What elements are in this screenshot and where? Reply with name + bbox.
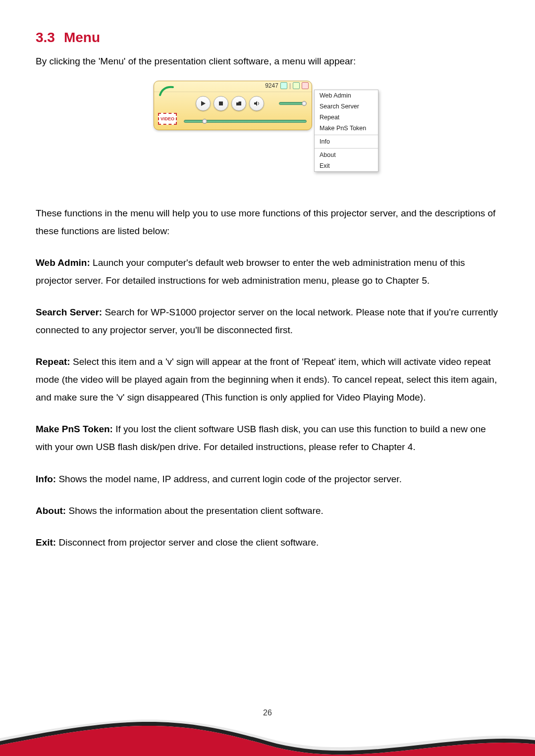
label-repeat: Repeat:	[36, 356, 70, 367]
label-exit: Exit:	[36, 537, 56, 548]
menu-item-make-pns-token[interactable]: Make PnS Token	[315, 123, 378, 134]
label-about: About:	[36, 505, 66, 516]
login-code: 9247	[265, 82, 278, 89]
player-controls	[196, 96, 264, 111]
volume-button[interactable]	[249, 96, 264, 111]
text-about: Shows the information about the presenta…	[66, 505, 323, 516]
section-number: 3.3	[36, 30, 55, 45]
minimize-icon[interactable]	[293, 82, 300, 89]
close-icon[interactable]	[302, 82, 309, 89]
label-search-server: Search Server:	[36, 307, 102, 317]
desc-exit: Exit: Disconnect from projector server a…	[36, 534, 499, 552]
desc-make-pns-token: Make PnS Token: If you lost the client s…	[36, 420, 499, 456]
text-info: Shows the model name, IP address, and cu…	[56, 474, 402, 484]
player-code-area: 9247 |	[265, 82, 309, 89]
player-window: 9247 | VIDEO	[154, 81, 312, 130]
document-page: 3.3Menu By clicking the 'Menu' of the pr…	[0, 0, 535, 756]
desc-about: About: Shows the information about the p…	[36, 502, 499, 520]
menu-icon[interactable]	[280, 82, 287, 89]
desc-repeat: Repeat: Select this item and a 'v' sign …	[36, 353, 499, 406]
desc-web-admin: Web Admin: Launch your computer's defaul…	[36, 254, 499, 290]
menu-separator	[315, 135, 378, 135]
play-button[interactable]	[196, 96, 211, 111]
volume-knob-icon[interactable]	[302, 101, 307, 106]
label-make-pns-token: Make PnS Token:	[36, 424, 113, 434]
app-logo-icon	[158, 84, 175, 98]
stop-button[interactable]	[214, 96, 228, 111]
menu-item-repeat[interactable]: Repeat	[315, 112, 378, 123]
desc-search-server: Search Server: Search for WP-S1000 proje…	[36, 303, 499, 339]
label-info: Info:	[36, 474, 56, 484]
footer-swoosh-icon	[0, 708, 535, 756]
intro-paragraph: By clicking the 'Menu' of the presentati…	[36, 54, 499, 69]
volume-slider[interactable]	[279, 102, 306, 105]
timeline-knob-icon[interactable]	[202, 119, 207, 124]
menu-item-search-server[interactable]: Search Server	[315, 101, 378, 112]
text-repeat: Select this item and a 'v' sign will app…	[36, 356, 497, 403]
text-exit: Disconnect from projector server and clo…	[56, 537, 319, 548]
open-button[interactable]	[231, 96, 246, 111]
svg-rect-0	[219, 101, 223, 105]
text-web-admin: Launch your computer's default web brows…	[36, 257, 465, 286]
label-web-admin: Web Admin:	[36, 257, 90, 268]
section-title: Menu	[64, 30, 100, 45]
screenshot: 9247 | VIDEO	[154, 81, 381, 180]
menu-item-info[interactable]: Info	[315, 136, 378, 147]
player-titlebar: 9247 |	[154, 81, 312, 92]
menu-item-exit[interactable]: Exit	[315, 160, 378, 171]
context-menu: Web Admin Search Server Repeat Make PnS …	[314, 90, 378, 172]
video-badge: VIDEO	[158, 113, 177, 125]
menu-item-web-admin[interactable]: Web Admin	[315, 90, 378, 101]
desc-info: Info: Shows the model name, IP address, …	[36, 470, 499, 488]
menu-separator	[315, 148, 378, 149]
section-heading: 3.3Menu	[36, 30, 499, 46]
figure: 9247 | VIDEO	[36, 81, 499, 180]
text-search-server: Search for WP-S1000 projector server on …	[36, 307, 498, 335]
timeline-slider[interactable]	[184, 120, 307, 123]
functions-intro: These functions in the menu will help yo…	[36, 204, 499, 240]
menu-item-about[interactable]: About	[315, 150, 378, 160]
